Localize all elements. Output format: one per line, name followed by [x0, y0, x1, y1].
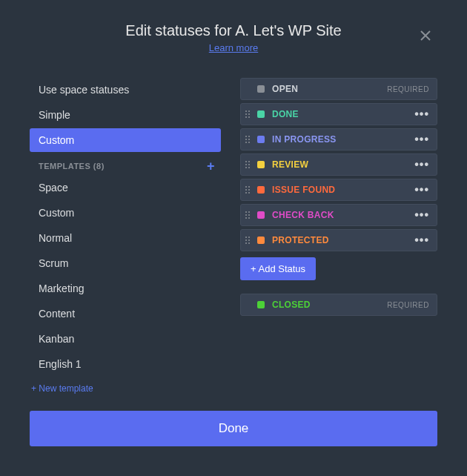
status-label: CHECK BACK [272, 210, 414, 220]
template-item-custom[interactable]: Custom [30, 201, 221, 225]
template-item-kanban[interactable]: Kanban [30, 327, 221, 351]
template-item-english-1[interactable]: English 1 [30, 352, 221, 376]
status-list: OPENREQUIREDDONE•••IN PROGRESS•••REVIEW•… [240, 78, 437, 394]
template-item-normal[interactable]: Normal [30, 226, 221, 250]
drag-handle-icon[interactable] [245, 237, 253, 244]
status-label: ISSUE FOUND [272, 185, 414, 195]
more-icon[interactable]: ••• [414, 158, 429, 171]
required-badge: REQUIRED [387, 301, 429, 309]
status-color-swatch [257, 186, 265, 194]
drag-handle-icon[interactable] [245, 136, 253, 143]
modal-title: Edit statuses for A. Let's WP Site [30, 22, 437, 39]
sidebar-item-custom[interactable]: Custom [30, 128, 221, 152]
drag-handle-icon[interactable] [245, 186, 253, 194]
more-icon[interactable]: ••• [414, 108, 429, 121]
template-item-space[interactable]: Space [30, 176, 221, 199]
sidebar: Use space statusesSimpleCustom TEMPLATES… [30, 78, 221, 394]
status-label: REVIEW [272, 159, 414, 170]
done-button[interactable]: Done [30, 411, 437, 446]
status-color-swatch [257, 110, 265, 118]
status-label: DONE [272, 109, 414, 119]
status-row: OPENREQUIRED [240, 78, 437, 100]
status-row: PROTECTED••• [240, 229, 437, 251]
drag-handle-icon[interactable] [245, 161, 253, 168]
sidebar-item-simple[interactable]: Simple [30, 103, 221, 127]
status-color-swatch [257, 237, 265, 244]
status-color-swatch [257, 161, 265, 168]
status-row: REVIEW••• [240, 153, 437, 176]
close-icon[interactable] [418, 28, 433, 43]
add-status-button[interactable]: + Add Status [240, 257, 316, 280]
status-row: DONE••• [240, 103, 437, 125]
status-color-swatch [257, 85, 265, 93]
drag-handle-icon[interactable] [245, 211, 253, 219]
status-label: IN PROGRESS [272, 134, 414, 145]
templates-header: TEMPLATES (8) [39, 162, 105, 171]
status-label: OPEN [272, 84, 387, 94]
required-badge: REQUIRED [387, 85, 429, 93]
status-row: IN PROGRESS••• [240, 128, 437, 151]
status-row: ISSUE FOUND••• [240, 179, 437, 201]
learn-more-link[interactable]: Learn more [209, 42, 258, 53]
status-label: CLOSED [272, 300, 387, 310]
status-row: CHECK BACK••• [240, 204, 437, 226]
template-item-content[interactable]: Content [30, 302, 221, 325]
drag-handle-icon[interactable] [245, 110, 253, 118]
new-template-link[interactable]: + New template [30, 383, 221, 394]
more-icon[interactable]: ••• [414, 133, 429, 146]
status-label: PROTECTED [272, 235, 414, 245]
template-item-marketing[interactable]: Marketing [30, 277, 221, 300]
more-icon[interactable]: ••• [414, 234, 429, 247]
add-template-icon[interactable]: + [207, 159, 218, 173]
template-item-scrum[interactable]: Scrum [30, 251, 221, 275]
sidebar-item-use-space-statuses[interactable]: Use space statuses [30, 78, 221, 102]
status-color-swatch [257, 211, 265, 219]
status-color-swatch [257, 136, 265, 143]
more-icon[interactable]: ••• [414, 208, 429, 222]
status-color-swatch [257, 301, 265, 308]
status-row: CLOSEDREQUIRED [240, 294, 437, 316]
more-icon[interactable]: ••• [414, 183, 429, 196]
